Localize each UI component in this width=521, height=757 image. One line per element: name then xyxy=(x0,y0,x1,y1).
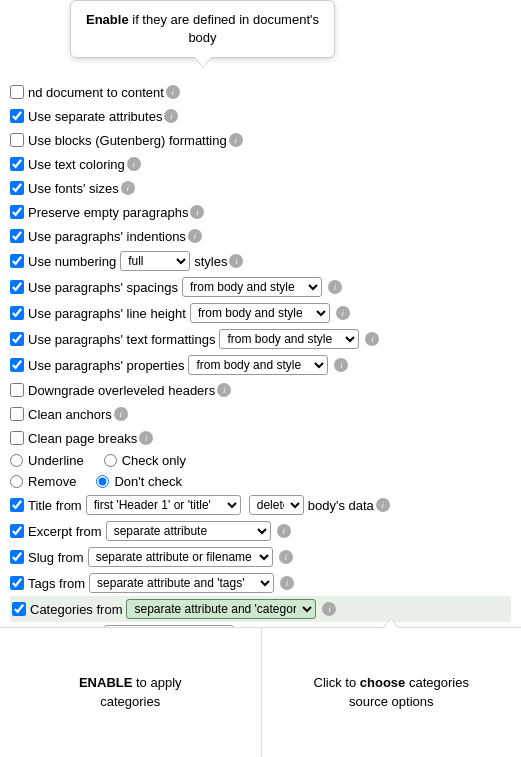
row-slug-from: Slug from separate attribute or filename… xyxy=(10,544,511,570)
bottom-left-text: ENABLE to applycategories xyxy=(79,674,182,710)
label-use-fonts-sizes[interactable]: Use fonts' sizes xyxy=(10,181,119,196)
text-categories-from: Categories from xyxy=(30,602,122,617)
checkbox-nd-document[interactable] xyxy=(10,85,24,99)
checkbox-clean-anchors[interactable] xyxy=(10,407,24,421)
info-use-paragraphs-text-formattings: i xyxy=(365,332,379,346)
checkbox-use-separate-attributes[interactable] xyxy=(10,109,24,123)
info-use-separate-attributes: i xyxy=(164,109,178,123)
info-use-paragraphs-spacings: i xyxy=(328,280,342,294)
select-categories-from[interactable]: separate attribute and 'categories' xyxy=(126,599,316,619)
row-downgrade-overleveled-headers: Downgrade overleveled headers i xyxy=(10,378,511,402)
checkbox-use-paragraphs-properties[interactable] xyxy=(10,358,24,372)
label-use-numbering[interactable]: Use numbering xyxy=(10,254,116,269)
radio-underline[interactable] xyxy=(10,454,23,467)
row-use-paragraphs-text-formattings: Use paragraphs' text formattings from bo… xyxy=(10,326,511,352)
row-use-paragraphs-spacings: Use paragraphs' spacings from body and s… xyxy=(10,274,511,300)
text-bodys-data: body's data xyxy=(308,498,374,513)
text-use-paragraphs-line-height: Use paragraphs' line height xyxy=(28,306,186,321)
label-use-text-coloring[interactable]: Use text coloring xyxy=(10,157,125,172)
label-clean-anchors[interactable]: Clean anchors xyxy=(10,407,112,422)
text-use-fonts-sizes: Use fonts' sizes xyxy=(28,181,119,196)
label-slug-from[interactable]: Slug from xyxy=(10,550,84,565)
info-use-paragraphs-properties: i xyxy=(334,358,348,372)
label-title-from[interactable]: Title from xyxy=(10,498,82,513)
checkbox-use-text-coloring[interactable] xyxy=(10,157,24,171)
checkbox-use-fonts-sizes[interactable] xyxy=(10,181,24,195)
bottom-left-tooltip: ENABLE to applycategories xyxy=(0,628,261,757)
text-preserve-empty-paragraphs: Preserve empty paragraphs xyxy=(28,205,188,220)
row-use-text-coloring: Use text coloring i xyxy=(10,152,511,176)
select-excerpt-from[interactable]: separate attribute xyxy=(106,521,271,541)
checkbox-use-paragraphs-text-formattings[interactable] xyxy=(10,332,24,346)
row-use-separate-attributes: Use separate attributes i xyxy=(10,104,511,128)
select-paragraphs-text-formattings[interactable]: from body and style from body from style xyxy=(219,329,359,349)
text-title-from: Title from xyxy=(28,498,82,513)
checkbox-preserve-empty-paragraphs[interactable] xyxy=(10,205,24,219)
select-title-action[interactable]: delete keep xyxy=(249,495,304,515)
label-use-separate-attributes[interactable]: Use separate attributes xyxy=(10,109,162,124)
radio-group-remove: Remove xyxy=(10,474,76,489)
radio-check-only[interactable] xyxy=(104,454,117,467)
label-use-paragraphs-text-formattings[interactable]: Use paragraphs' text formattings xyxy=(10,332,215,347)
text-tags-from: Tags from xyxy=(28,576,85,591)
bottom-left-bold: ENABLE xyxy=(79,675,132,690)
label-clean-page-breaks[interactable]: Clean page breaks xyxy=(10,431,137,446)
text-use-blocks: Use blocks (Gutenberg) formatting xyxy=(28,133,227,148)
checkbox-title-from[interactable] xyxy=(10,498,24,512)
select-paragraphs-spacings[interactable]: from body and style from body from style xyxy=(182,277,322,297)
checkbox-slug-from[interactable] xyxy=(10,550,24,564)
checkbox-use-blocks[interactable] xyxy=(10,133,24,147)
radio-row-1: Underline Check only xyxy=(10,450,511,471)
info-use-text-coloring: i xyxy=(127,157,141,171)
select-numbering[interactable]: full none auto xyxy=(120,251,190,271)
label-downgrade-overleveled-headers[interactable]: Downgrade overleveled headers xyxy=(10,383,215,398)
text-nd-document: nd document to content xyxy=(28,85,164,100)
info-use-paragraphs-line-height: i xyxy=(336,306,350,320)
text-excerpt-from: Excerpt from xyxy=(28,524,102,539)
bottom-section: ENABLE to applycategories Click to choos… xyxy=(0,627,521,757)
label-underline: Underline xyxy=(28,453,84,468)
checkbox-tags-from[interactable] xyxy=(10,576,24,590)
row-use-paragraphs-line-height: Use paragraphs' line height from body an… xyxy=(10,300,511,326)
label-excerpt-from[interactable]: Excerpt from xyxy=(10,524,102,539)
checkbox-clean-page-breaks[interactable] xyxy=(10,431,24,445)
info-tags-from: i xyxy=(280,576,294,590)
tooltip-arrow-up xyxy=(383,618,399,628)
info-slug-from: i xyxy=(279,550,293,564)
row-nd-document: nd document to content i xyxy=(10,80,511,104)
label-categories-from[interactable]: Categories from xyxy=(12,602,122,617)
label-preserve-empty-paragraphs[interactable]: Preserve empty paragraphs xyxy=(10,205,188,220)
label-tags-from[interactable]: Tags from xyxy=(10,576,85,591)
checkbox-categories-from[interactable] xyxy=(12,602,26,616)
label-use-paragraphs-line-height[interactable]: Use paragraphs' line height xyxy=(10,306,186,321)
text-use-text-coloring: Use text coloring xyxy=(28,157,125,172)
row-clean-page-breaks: Clean page breaks i xyxy=(10,426,511,450)
info-preserve-empty-paragraphs: i xyxy=(190,205,204,219)
checkbox-use-paragraphs-indentions[interactable] xyxy=(10,229,24,243)
checkbox-use-paragraphs-line-height[interactable] xyxy=(10,306,24,320)
bottom-right-bold: choose xyxy=(360,675,406,690)
select-tags-from[interactable]: separate attribute and 'tags' xyxy=(89,573,274,593)
row-preserve-empty-paragraphs: Preserve empty paragraphs i xyxy=(10,200,511,224)
select-paragraphs-properties[interactable]: from body and style from body from style xyxy=(188,355,328,375)
label-use-blocks[interactable]: Use blocks (Gutenberg) formatting xyxy=(10,133,227,148)
checkbox-use-numbering[interactable] xyxy=(10,254,24,268)
radio-dont-check[interactable] xyxy=(96,475,109,488)
row-clean-anchors: Clean anchors i xyxy=(10,402,511,426)
radio-remove[interactable] xyxy=(10,475,23,488)
row-use-fonts-sizes: Use fonts' sizes i xyxy=(10,176,511,200)
label-use-paragraphs-properties[interactable]: Use paragraphs' properties xyxy=(10,358,184,373)
checkbox-downgrade-overleveled-headers[interactable] xyxy=(10,383,24,397)
label-nd-document[interactable]: nd document to content xyxy=(10,85,164,100)
label-check-only: Check only xyxy=(122,453,186,468)
text-use-paragraphs-properties: Use paragraphs' properties xyxy=(28,358,184,373)
checkbox-excerpt-from[interactable] xyxy=(10,524,24,538)
bottom-right-text: Click to choose categoriessource options xyxy=(314,674,469,710)
label-use-paragraphs-spacings[interactable]: Use paragraphs' spacings xyxy=(10,280,178,295)
checkbox-use-paragraphs-spacings[interactable] xyxy=(10,280,24,294)
select-slug-from[interactable]: separate attribute or filename xyxy=(88,547,273,567)
select-title-from[interactable]: first 'Header 1' or 'title' xyxy=(86,495,241,515)
select-paragraphs-line-height[interactable]: from body and style from body from style xyxy=(190,303,330,323)
row-use-paragraphs-properties: Use paragraphs' properties from body and… xyxy=(10,352,511,378)
label-use-paragraphs-indentions[interactable]: Use paragraphs' indentions xyxy=(10,229,186,244)
